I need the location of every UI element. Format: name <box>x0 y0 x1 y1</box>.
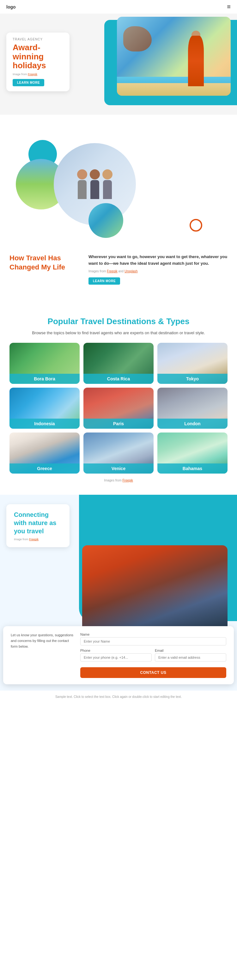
phone-label: Phone <box>80 649 152 652</box>
destination-label: Indonesia <box>10 418 80 429</box>
circle-small-island <box>89 203 123 238</box>
travel-heading: How Travel Has Changed My Life <box>10 254 79 272</box>
name-input[interactable] <box>80 637 226 646</box>
travel-circles <box>10 134 227 244</box>
hero-image-credit: Image from Freepik <box>13 73 63 76</box>
header: logo ≡ <box>0 0 237 14</box>
email-label: Email <box>155 649 226 652</box>
travel-learn-more-button[interactable]: LEARN MORE <box>89 277 120 285</box>
person-3 <box>102 169 113 199</box>
destination-label: Bora Bora <box>10 374 80 384</box>
destination-card-london[interactable]: London <box>157 388 227 429</box>
destinations-subtitle: Browse the topics below to find travel a… <box>10 331 227 335</box>
phone-input[interactable] <box>80 653 152 662</box>
footer-note-text: Sample text. Click to select the text bo… <box>55 695 182 698</box>
phone-email-row: Phone Email <box>80 649 226 665</box>
agency-label: TRAVEL AGENCY <box>13 38 63 41</box>
travel-credit-link2[interactable]: Unsplash <box>124 269 138 273</box>
contact-row: Let us know your questions, suggestions … <box>11 633 226 678</box>
travel-text-row: How Travel Has Changed My Life Wherever … <box>10 254 227 285</box>
travel-body: Wherever you want to go, however you wan… <box>89 254 227 267</box>
destinations-grid: Bora BoraCosta RicaTokyoIndonesiaParisLo… <box>10 343 227 474</box>
phone-field-group: Phone <box>80 649 152 662</box>
destination-label: Bahamas <box>157 463 227 474</box>
hero-learn-more-button[interactable]: LEARN MORE <box>13 79 44 86</box>
person-2 <box>90 169 100 199</box>
person-1-body <box>78 180 87 199</box>
travel-text-right: Wherever you want to go, however you wan… <box>89 254 227 285</box>
nature-image-credit: Image from Freepik <box>14 538 62 541</box>
travel-credit-link1[interactable]: Freepik <box>107 269 117 273</box>
contact-intro-text: Let us know your questions, suggestions … <box>11 633 74 649</box>
destination-label: Greece <box>10 463 80 474</box>
email-field-group: Email <box>155 649 226 662</box>
contact-submit-button[interactable]: CONTACT US <box>80 667 226 678</box>
person-2-head <box>90 169 100 180</box>
person-1-head <box>77 169 87 180</box>
destinations-credit-link[interactable]: Freepik <box>122 479 133 482</box>
travel-section: How Travel Has Changed My Life Wherever … <box>0 121 237 304</box>
destination-label: Tokyo <box>157 374 227 384</box>
email-input[interactable] <box>155 653 226 662</box>
destination-card-venice[interactable]: Venice <box>83 433 154 474</box>
name-label: Name <box>80 633 226 636</box>
name-field-group: Name <box>80 633 226 646</box>
destination-card-indonesia[interactable]: Indonesia <box>10 388 80 429</box>
contact-section: Let us know your questions, suggestions … <box>3 626 234 684</box>
hero-sand <box>117 83 231 96</box>
nature-credit-link[interactable]: Freepik <box>29 538 38 541</box>
destination-label: Venice <box>83 463 154 474</box>
nature-section: Connecting with nature as you travel Ima… <box>0 495 237 690</box>
nature-heading: Connecting with nature as you travel <box>14 511 62 535</box>
destination-card-paris[interactable]: Paris <box>83 388 154 429</box>
destination-label: Paris <box>83 418 154 429</box>
footer: Sample text. Click to select the text bo… <box>0 690 237 705</box>
hero-card: TRAVEL AGENCY Award-winning holidays Ima… <box>6 33 70 91</box>
destinations-section: Popular Travel Destinations & Types Brow… <box>0 304 237 495</box>
person-3-head <box>102 169 113 180</box>
destination-card-costa-rica[interactable]: Costa Rica <box>83 343 154 384</box>
destination-label: London <box>157 418 227 429</box>
hero-headline: Award-winning holidays <box>13 43 63 70</box>
logo: logo <box>6 5 16 10</box>
hero-credit-link[interactable]: Freepik <box>28 73 37 76</box>
destination-card-greece[interactable]: Greece <box>10 433 80 474</box>
hero-rock <box>123 26 152 51</box>
circle-orange-outline <box>189 219 202 232</box>
menu-icon[interactable]: ≡ <box>227 3 231 10</box>
destinations-credit: Images from Freepik <box>10 479 227 482</box>
nature-card: Connecting with nature as you travel Ima… <box>6 504 70 547</box>
person-2-body <box>91 180 99 199</box>
destinations-heading: Popular Travel Destinations & Types <box>10 316 227 327</box>
contact-form: Name Phone Email CONTACT US <box>80 633 226 678</box>
travel-image-credit: Images from Freepik and Unsplash <box>89 269 227 273</box>
hero-section: TRAVEL AGENCY Award-winning holidays Ima… <box>0 14 237 115</box>
person-3-body <box>103 180 112 199</box>
person-1 <box>77 169 87 199</box>
travel-text-left: How Travel Has Changed My Life <box>10 254 79 272</box>
destination-card-bora-bora[interactable]: Bora Bora <box>10 343 80 384</box>
hero-woman-body <box>188 36 204 86</box>
destination-card-bahamas[interactable]: Bahamas <box>157 433 227 474</box>
destination-card-tokyo[interactable]: Tokyo <box>157 343 227 384</box>
destination-label: Costa Rica <box>83 374 154 384</box>
hero-beach-image <box>117 17 231 96</box>
hero-woman <box>180 23 212 86</box>
contact-intro: Let us know your questions, suggestions … <box>11 633 74 678</box>
